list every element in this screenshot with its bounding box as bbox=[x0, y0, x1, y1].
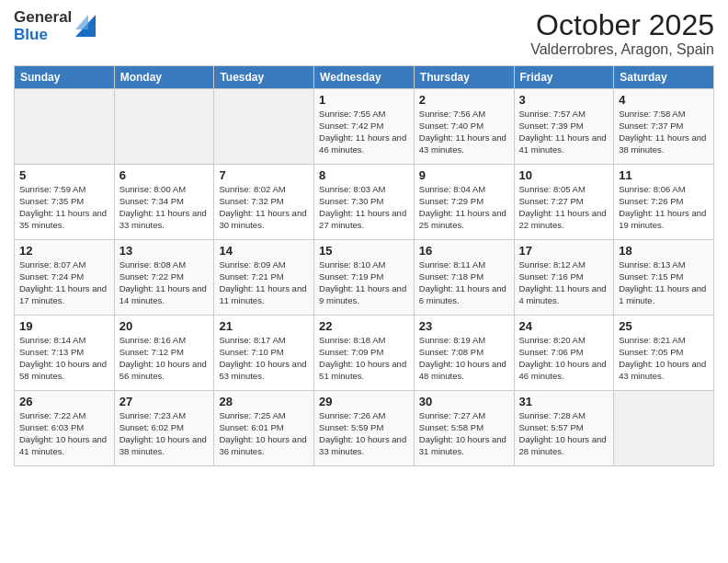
col-header-monday: Monday bbox=[114, 66, 214, 89]
month-title: October 2025 bbox=[530, 9, 714, 41]
cell-details: Sunrise: 7:57 AMSunset: 7:39 PMDaylight:… bbox=[519, 109, 609, 155]
logo: General Blue bbox=[14, 9, 96, 43]
cell-details: Sunrise: 7:22 AMSunset: 6:03 PMDaylight:… bbox=[19, 410, 109, 457]
cell-details: Sunrise: 8:16 AMSunset: 7:12 PMDaylight:… bbox=[119, 335, 210, 382]
day-number: 12 bbox=[19, 244, 109, 258]
day-number: 28 bbox=[219, 395, 309, 408]
cell-details: Sunrise: 8:07 AMSunset: 7:24 PMDaylight:… bbox=[19, 259, 109, 306]
day-number: 23 bbox=[419, 319, 509, 333]
calendar-cell: 4Sunrise: 7:58 AMSunset: 7:37 PMDaylight… bbox=[614, 89, 714, 165]
calendar-cell: 27Sunrise: 7:23 AMSunset: 6:02 PMDayligh… bbox=[114, 391, 214, 466]
calendar-cell: 17Sunrise: 8:12 AMSunset: 7:16 PMDayligh… bbox=[514, 240, 614, 316]
calendar-cell: 3Sunrise: 7:57 AMSunset: 7:39 PMDaylight… bbox=[514, 89, 614, 165]
calendar-cell bbox=[614, 391, 714, 466]
cell-details: Sunrise: 7:26 AMSunset: 5:59 PMDaylight:… bbox=[319, 410, 409, 457]
col-header-saturday: Saturday bbox=[614, 66, 714, 89]
cell-details: Sunrise: 8:19 AMSunset: 7:08 PMDaylight:… bbox=[419, 335, 509, 382]
day-number: 3 bbox=[519, 93, 609, 107]
cell-details: Sunrise: 7:55 AMSunset: 7:42 PMDaylight:… bbox=[319, 109, 409, 155]
calendar-cell: 25Sunrise: 8:21 AMSunset: 7:05 PMDayligh… bbox=[614, 316, 714, 391]
calendar-cell: 16Sunrise: 8:11 AMSunset: 7:18 PMDayligh… bbox=[414, 240, 514, 316]
svg-marker-1 bbox=[75, 15, 88, 29]
location-title: Valderrobres, Aragon, Spain bbox=[530, 41, 714, 58]
title-block: October 2025 Valderrobres, Aragon, Spain bbox=[530, 9, 714, 58]
cell-details: Sunrise: 8:00 AMSunset: 7:34 PMDaylight:… bbox=[119, 184, 210, 231]
col-header-sunday: Sunday bbox=[15, 66, 115, 89]
calendar-week-5: 26Sunrise: 7:22 AMSunset: 6:03 PMDayligh… bbox=[15, 391, 714, 466]
calendar-page: General Blue October 2025 Valderrobres, … bbox=[0, 0, 728, 563]
calendar-table: SundayMondayTuesdayWednesdayThursdayFrid… bbox=[14, 65, 714, 466]
cell-details: Sunrise: 8:09 AMSunset: 7:21 PMDaylight:… bbox=[219, 259, 309, 306]
cell-details: Sunrise: 8:17 AMSunset: 7:10 PMDaylight:… bbox=[219, 335, 309, 382]
day-number: 13 bbox=[119, 244, 210, 258]
day-number: 1 bbox=[319, 93, 409, 107]
day-number: 29 bbox=[319, 395, 409, 408]
calendar-cell: 29Sunrise: 7:26 AMSunset: 5:59 PMDayligh… bbox=[314, 391, 415, 466]
calendar-cell: 14Sunrise: 8:09 AMSunset: 7:21 PMDayligh… bbox=[214, 240, 314, 316]
day-number: 14 bbox=[219, 244, 309, 258]
calendar-cell: 26Sunrise: 7:22 AMSunset: 6:03 PMDayligh… bbox=[15, 391, 115, 466]
calendar-week-4: 19Sunrise: 8:14 AMSunset: 7:13 PMDayligh… bbox=[15, 316, 714, 391]
cell-details: Sunrise: 8:14 AMSunset: 7:13 PMDaylight:… bbox=[19, 335, 109, 382]
cell-details: Sunrise: 8:05 AMSunset: 7:27 PMDaylight:… bbox=[519, 184, 609, 231]
day-number: 17 bbox=[519, 244, 609, 258]
cell-details: Sunrise: 8:04 AMSunset: 7:29 PMDaylight:… bbox=[419, 184, 509, 231]
calendar-header-row: SundayMondayTuesdayWednesdayThursdayFrid… bbox=[15, 66, 714, 89]
cell-details: Sunrise: 7:58 AMSunset: 7:37 PMDaylight:… bbox=[619, 109, 709, 155]
cell-details: Sunrise: 8:02 AMSunset: 7:32 PMDaylight:… bbox=[219, 184, 309, 231]
calendar-cell bbox=[15, 89, 115, 165]
calendar-cell: 21Sunrise: 8:17 AMSunset: 7:10 PMDayligh… bbox=[214, 316, 314, 391]
cell-details: Sunrise: 8:21 AMSunset: 7:05 PMDaylight:… bbox=[619, 335, 709, 382]
logo-general: General bbox=[14, 9, 72, 27]
calendar-week-3: 12Sunrise: 8:07 AMSunset: 7:24 PMDayligh… bbox=[15, 240, 714, 316]
day-number: 18 bbox=[619, 244, 709, 258]
cell-details: Sunrise: 8:10 AMSunset: 7:19 PMDaylight:… bbox=[319, 259, 409, 306]
calendar-week-2: 5Sunrise: 7:59 AMSunset: 7:35 PMDaylight… bbox=[15, 165, 714, 240]
calendar-cell: 2Sunrise: 7:56 AMSunset: 7:40 PMDaylight… bbox=[414, 89, 514, 165]
logo-blue: Blue bbox=[14, 27, 72, 44]
day-number: 30 bbox=[419, 395, 509, 408]
calendar-cell: 22Sunrise: 8:18 AMSunset: 7:09 PMDayligh… bbox=[314, 316, 415, 391]
col-header-friday: Friday bbox=[514, 66, 614, 89]
calendar-cell: 10Sunrise: 8:05 AMSunset: 7:27 PMDayligh… bbox=[514, 165, 614, 240]
day-number: 16 bbox=[419, 244, 509, 258]
calendar-cell: 13Sunrise: 8:08 AMSunset: 7:22 PMDayligh… bbox=[114, 240, 214, 316]
day-number: 24 bbox=[519, 319, 609, 333]
calendar-cell: 18Sunrise: 8:13 AMSunset: 7:15 PMDayligh… bbox=[614, 240, 714, 316]
day-number: 6 bbox=[119, 168, 210, 182]
day-number: 19 bbox=[19, 319, 109, 333]
logo-icon bbox=[75, 11, 96, 37]
day-number: 10 bbox=[519, 168, 609, 182]
day-number: 25 bbox=[619, 319, 709, 333]
cell-details: Sunrise: 7:27 AMSunset: 5:58 PMDaylight:… bbox=[419, 410, 509, 457]
calendar-cell: 5Sunrise: 7:59 AMSunset: 7:35 PMDaylight… bbox=[15, 165, 115, 240]
calendar-cell: 8Sunrise: 8:03 AMSunset: 7:30 PMDaylight… bbox=[314, 165, 415, 240]
day-number: 7 bbox=[219, 168, 309, 182]
day-number: 9 bbox=[419, 168, 509, 182]
col-header-tuesday: Tuesday bbox=[214, 66, 314, 89]
cell-details: Sunrise: 7:25 AMSunset: 6:01 PMDaylight:… bbox=[219, 410, 309, 457]
col-header-thursday: Thursday bbox=[414, 66, 514, 89]
day-number: 8 bbox=[319, 168, 409, 182]
calendar-cell: 1Sunrise: 7:55 AMSunset: 7:42 PMDaylight… bbox=[314, 89, 415, 165]
calendar-cell: 15Sunrise: 8:10 AMSunset: 7:19 PMDayligh… bbox=[314, 240, 415, 316]
calendar-week-1: 1Sunrise: 7:55 AMSunset: 7:42 PMDaylight… bbox=[15, 89, 714, 165]
cell-details: Sunrise: 8:12 AMSunset: 7:16 PMDaylight:… bbox=[519, 259, 609, 306]
cell-details: Sunrise: 8:06 AMSunset: 7:26 PMDaylight:… bbox=[619, 184, 709, 231]
calendar-cell bbox=[214, 89, 314, 165]
day-number: 21 bbox=[219, 319, 309, 333]
cell-details: Sunrise: 8:11 AMSunset: 7:18 PMDaylight:… bbox=[419, 259, 509, 306]
cell-details: Sunrise: 7:28 AMSunset: 5:57 PMDaylight:… bbox=[519, 410, 609, 457]
cell-details: Sunrise: 8:18 AMSunset: 7:09 PMDaylight:… bbox=[319, 335, 409, 382]
calendar-cell: 28Sunrise: 7:25 AMSunset: 6:01 PMDayligh… bbox=[214, 391, 314, 466]
calendar-cell: 11Sunrise: 8:06 AMSunset: 7:26 PMDayligh… bbox=[614, 165, 714, 240]
cell-details: Sunrise: 7:59 AMSunset: 7:35 PMDaylight:… bbox=[19, 184, 109, 231]
day-number: 2 bbox=[419, 93, 509, 107]
calendar-cell: 31Sunrise: 7:28 AMSunset: 5:57 PMDayligh… bbox=[514, 391, 614, 466]
header: General Blue October 2025 Valderrobres, … bbox=[14, 9, 714, 58]
calendar-cell: 9Sunrise: 8:04 AMSunset: 7:29 PMDaylight… bbox=[414, 165, 514, 240]
calendar-cell: 7Sunrise: 8:02 AMSunset: 7:32 PMDaylight… bbox=[214, 165, 314, 240]
day-number: 20 bbox=[119, 319, 210, 333]
calendar-cell: 24Sunrise: 8:20 AMSunset: 7:06 PMDayligh… bbox=[514, 316, 614, 391]
cell-details: Sunrise: 8:08 AMSunset: 7:22 PMDaylight:… bbox=[119, 259, 210, 306]
